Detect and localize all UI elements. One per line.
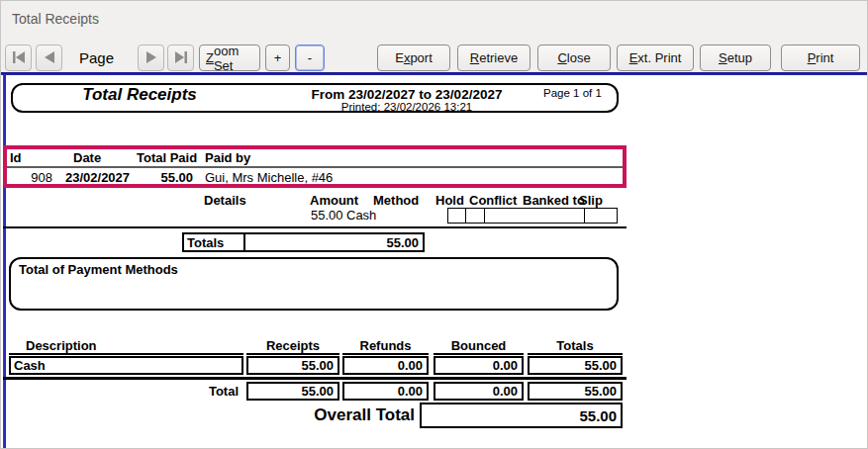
zoom-in-button[interactable]: +: [265, 45, 290, 71]
conflict-checkbox: [465, 208, 485, 224]
summary-col-description: Description: [9, 338, 243, 355]
report-preview-page: Total Receipts From 23/02/2027 to 23/02/…: [1, 75, 868, 449]
summary-col-bounced: Bounced: [434, 338, 524, 355]
details-col-amount: Amount: [310, 193, 358, 208]
summary-total-bounced: 0.00: [434, 382, 524, 401]
hold-checkbox: [447, 208, 466, 224]
summary-col-receipts: Receipts: [246, 338, 339, 355]
summary-rule: [3, 377, 627, 380]
first-page-button[interactable]: [5, 45, 32, 71]
zoom-out-button[interactable]: -: [295, 45, 325, 71]
next-page-button[interactable]: [138, 45, 164, 71]
details-col-details: Details: [204, 193, 246, 208]
summary-row-bounced: 0.00: [434, 356, 524, 375]
next-page-icon: [145, 49, 157, 67]
summary-row-description: Cash: [9, 356, 243, 375]
report-date-range: From 23/02/2027 to 23/02/2027: [263, 87, 550, 102]
report-page-info: Page 1 of 1: [543, 87, 602, 99]
details-col-slip: Slip: [579, 193, 603, 208]
summary-col-totals: Totals: [528, 338, 623, 355]
summary-total-label: Total: [140, 384, 239, 399]
zoom-set-button[interactable]: Zoom Set: [199, 45, 260, 71]
receipts-col-date: Date: [73, 150, 101, 165]
receipts-header-rule: [7, 166, 623, 168]
totals-value-box: 55.00: [243, 232, 425, 252]
page-top-edge: [1, 72, 868, 75]
receipt-paid-by: Gui, Mrs Michelle, #46: [205, 170, 333, 185]
report-viewer-window: Total Receipts Page Zoom Set +: [0, 0, 868, 449]
summary-total-totals: 55.00: [528, 382, 623, 401]
summary-total-receipts: 55.00: [246, 382, 339, 401]
last-page-button[interactable]: [167, 45, 194, 71]
banked-to-cell: [484, 208, 585, 224]
totals-label-box: Totals: [182, 232, 245, 252]
details-col-method: Method: [373, 193, 419, 208]
payment-methods-title: Total of Payment Methods: [19, 262, 178, 277]
detail-amount: 55.00: [311, 208, 343, 223]
receipt-date: 23/02/2027: [65, 170, 130, 185]
overall-total-label: Overall Total: [219, 405, 415, 425]
retrieve-button[interactable]: Retrieve: [457, 45, 530, 71]
report-printed-timestamp: Printed: 23/02/2026 13:21: [263, 101, 550, 113]
report-title: Total Receipts: [41, 85, 239, 105]
summary-total-refunds: 0.00: [342, 382, 429, 401]
window-titlebar: Total Receipts: [1, 1, 867, 41]
setup-button[interactable]: Setup: [700, 45, 771, 71]
last-page-icon: [174, 49, 188, 67]
receipts-col-id: Id: [10, 150, 22, 165]
overall-total-value-box: 55.00: [420, 403, 623, 428]
receipt-id: 908: [21, 170, 52, 185]
summary-col-refunds: Refunds: [342, 338, 429, 355]
previous-page-button[interactable]: [36, 45, 62, 71]
summary-row-receipts: 55.00: [246, 356, 339, 375]
details-col-conflict: Conflict: [469, 193, 517, 208]
ext-print-button[interactable]: Ext. Print: [617, 45, 694, 71]
toolbar: Page Zoom Set + - Export Retrieve Close …: [1, 41, 867, 74]
detail-method: Cash: [346, 208, 376, 223]
receipt-total-paid: 55.00: [137, 170, 193, 185]
slip-cell: [584, 208, 618, 224]
page-label: Page: [79, 49, 114, 66]
window-title: Total Receipts: [12, 11, 99, 27]
export-button[interactable]: Export: [377, 45, 450, 71]
summary-row-totals: 55.00: [528, 356, 623, 375]
first-page-icon: [12, 49, 26, 67]
close-button[interactable]: Close: [537, 45, 611, 71]
previous-page-icon: [44, 49, 55, 67]
page-left-edge: [4, 75, 6, 449]
details-col-hold: Hold: [435, 193, 464, 208]
summary-row-refunds: 0.00: [342, 356, 429, 375]
receipts-col-total-paid: Total Paid: [137, 150, 197, 165]
print-button[interactable]: Print: [781, 45, 860, 71]
details-bottom-rule: [3, 226, 627, 228]
details-col-banked-to: Banked to: [523, 193, 585, 208]
receipts-col-paid-by: Paid by: [205, 150, 250, 165]
